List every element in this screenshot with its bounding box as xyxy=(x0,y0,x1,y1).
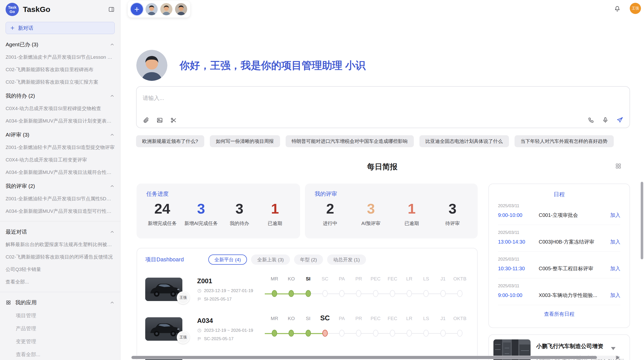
new-chat-button[interactable]: 新对话 xyxy=(6,22,115,34)
agent-avatar-2[interactable] xyxy=(160,3,172,15)
milestone-dot xyxy=(457,290,463,297)
sidebar-section-header[interactable]: 我的评审 (2) xyxy=(6,183,115,190)
milestone-label: KO xyxy=(288,276,295,282)
agent-avatar-3[interactable] xyxy=(175,3,187,15)
dashboard-tab[interactable]: 全新上装 (3) xyxy=(251,254,290,265)
suggestion-chip[interactable]: 如何写一份清晰的项目周报 xyxy=(210,135,280,147)
join-event-link[interactable]: 加入 xyxy=(610,212,620,219)
milestone-dot xyxy=(305,290,311,297)
suggestion-chip[interactable]: 比亚迪全固态电池计划具体说了什么 xyxy=(419,135,509,147)
milestone-dot xyxy=(373,330,378,337)
join-event-link[interactable]: 加入 xyxy=(610,238,620,245)
recent-chats-title: 最近对话 xyxy=(6,228,27,235)
recent-chat-item[interactable]: 解释最新出台的欧盟报废车法规再生塑料比例被调至15%... xyxy=(6,241,115,248)
image-icon[interactable] xyxy=(156,117,163,124)
recent-chat-item[interactable]: C02-飞腾新能源轻客改款项目的闭环通告反馈情况 xyxy=(6,254,115,260)
view-all-apps-link[interactable]: 查看全部... xyxy=(16,351,115,358)
stat-value: 24 xyxy=(148,201,177,217)
briefing-layout-icon[interactable] xyxy=(615,163,622,169)
sidebar-item[interactable]: Z001-全新燃油轻卡产品开发项目SI造型提交物评审 xyxy=(6,144,115,151)
scroll-right-arrow[interactable] xyxy=(616,356,620,360)
horizontal-scrollbar[interactable] xyxy=(131,356,616,359)
agent-avatar-1[interactable] xyxy=(145,3,158,15)
milestone-dot xyxy=(322,290,328,297)
chevron-up-icon[interactable] xyxy=(110,93,115,98)
my-apps-header[interactable]: 我的应用 xyxy=(6,299,115,306)
event-date: 2025/03/11 xyxy=(498,283,620,289)
chevron-up-icon[interactable] xyxy=(110,300,115,305)
notifications-bell-icon[interactable] xyxy=(614,6,621,12)
stat-label: 已逾期 xyxy=(398,220,426,227)
chevron-up-icon[interactable] xyxy=(110,184,115,189)
view-all-chats-link[interactable]: 查看全部... xyxy=(6,279,115,285)
join-event-link[interactable]: 加入 xyxy=(610,265,620,272)
chevron-up-icon[interactable] xyxy=(110,132,115,137)
recent-chats-header[interactable]: 最近对话 xyxy=(6,228,115,235)
suggestion-chip[interactable]: 特朗普可能对进口汽车增税会对中国车企造成哪些影响 xyxy=(286,135,414,147)
sidebar-item[interactable]: A034-全新新能源MUV产品开发项目法规符合性评审 xyxy=(6,169,115,176)
sidebar-item[interactable]: C02-飞腾新能源轻客改款项目立项汇报方案 xyxy=(6,79,115,85)
suggestion-chip[interactable]: 欧洲新规最近颁布了什么? xyxy=(136,135,204,147)
horizontal-scrollbar-thumb[interactable] xyxy=(131,356,597,359)
project-flag: SI-2025-05-17 xyxy=(197,297,265,302)
user-avatar-badge[interactable]: 王强 xyxy=(630,3,641,14)
milestone-label: J1 xyxy=(441,316,446,321)
sidebar-item[interactable]: C02-飞腾新能源轻客改款项目里程碑画布 xyxy=(6,66,115,73)
chevron-up-icon[interactable] xyxy=(110,229,115,234)
app-item[interactable]: 项目管理 xyxy=(16,312,115,319)
event-date: 2025/03/11 xyxy=(498,257,620,262)
stat-item: 3我的待办 xyxy=(225,201,253,227)
stat-label: 已逾期 xyxy=(261,220,289,227)
chat-input-placeholder: 请输入... xyxy=(143,94,164,102)
stat-label: AI预评审 xyxy=(357,220,385,227)
dashboard-tab[interactable]: 年型 (2) xyxy=(294,254,323,265)
schedule-events: 2025/03/119:00-10:00C001-立项审批会加入2025/03/… xyxy=(498,198,620,305)
milestone-dot xyxy=(390,290,395,297)
suggestion-chip[interactable]: 当下年轻人对汽车外观有怎样的喜好趋势 xyxy=(515,135,614,147)
stat-item: 2进行中 xyxy=(316,201,344,227)
stat-item: 1已逾期 xyxy=(398,201,426,227)
event-time: 9:00-10:00 xyxy=(498,292,537,298)
scissors-icon[interactable] xyxy=(170,117,177,124)
phone-icon[interactable] xyxy=(588,117,594,123)
project-flag: SC-2025-05-17 xyxy=(197,336,265,341)
paperclip-icon[interactable] xyxy=(143,117,149,124)
vertical-scrollbar-thumb[interactable] xyxy=(641,182,643,259)
sidebar-item[interactable]: A034-全新新能源MUV产品开发项目造型可行性评审 xyxy=(6,208,115,215)
sidebar-section-header[interactable]: Agent已办 (3) xyxy=(6,41,115,48)
dashboard-tab[interactable]: 动总开发 (1) xyxy=(327,254,366,265)
chat-input[interactable]: 请输入... xyxy=(136,86,630,128)
chevron-up-icon[interactable] xyxy=(110,42,115,47)
milestone-dot xyxy=(457,330,463,337)
view-all-schedule-link[interactable]: 查看所有日程 xyxy=(498,311,620,318)
assistant-avatar xyxy=(136,50,167,81)
milestone-dot xyxy=(407,330,412,337)
sidebar-item[interactable]: A034-全新新能源MUV产品开发项目计划变更表编写 xyxy=(6,118,115,124)
app-item[interactable]: 产品管理 xyxy=(16,325,115,332)
sidebar-section-header[interactable]: 我的待办 (2) xyxy=(6,92,115,99)
milestone-dot xyxy=(407,290,412,297)
join-event-link[interactable]: 加入 xyxy=(610,292,620,299)
milestone-dot xyxy=(423,330,429,337)
scroll-down-arrow[interactable] xyxy=(611,347,616,350)
stat-item: 1已逾期 xyxy=(261,201,289,227)
milestone-label: PA xyxy=(339,316,345,321)
schedule-event: 2025/03/119:00-10:00C001-立项审批会加入 xyxy=(498,198,620,225)
stats-card-title: 任务进度 xyxy=(146,190,290,198)
mic-icon[interactable] xyxy=(602,117,609,123)
main-content: + 王强 你好，王强，我是你的项目管理助理 小识 请输入... 欧洲新规最近颁布… xyxy=(121,0,644,360)
collapse-sidebar-icon[interactable] xyxy=(108,6,115,13)
add-agent-button[interactable]: + xyxy=(131,3,143,15)
sidebar-sections: Agent已办 (3)Z001-全新燃油皮卡产品开发项目SI节点Lesson L… xyxy=(6,41,115,215)
my-apps-title: 我的应用 xyxy=(15,299,37,306)
dashboard-tab[interactable]: 全新平台 (4) xyxy=(208,254,247,265)
sidebar-item[interactable]: C0X4-动力总成开发项目SI里程碑提交物检查 xyxy=(6,105,115,112)
sidebar-section-header[interactable]: AI评审 (3) xyxy=(6,131,115,138)
app-item[interactable]: 变更管理 xyxy=(16,338,115,345)
sidebar-item[interactable]: Z001-全新燃油轻卡产品开发项目SI节点属性5D文件评审 xyxy=(6,196,115,202)
sidebar-item[interactable]: Z001-全新燃油皮卡产品开发项目SI节点Lesson Learn报告 xyxy=(6,54,115,61)
sidebar-item[interactable]: C0X4-动力总成开发项目工程变更评审 xyxy=(6,157,115,163)
send-icon[interactable] xyxy=(616,116,623,124)
recent-chat-item[interactable]: 公司Q3轻卡销量 xyxy=(6,266,115,273)
milestone-label: LS xyxy=(423,316,429,321)
